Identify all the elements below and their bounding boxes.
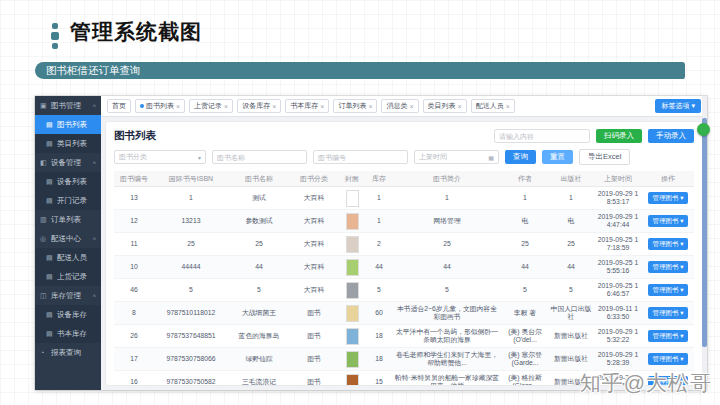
manage-book-button[interactable]: 管理图书 ▾ [648, 238, 687, 250]
cell-actions: 管理图书 ▾ [642, 325, 694, 348]
category-select[interactable]: 图书分类 ▾ [114, 150, 206, 164]
tab[interactable]: 上货记录 × [189, 99, 233, 113]
close-icon[interactable]: × [458, 103, 462, 110]
sidebar-item[interactable]: ▤ 开门记录 [35, 191, 101, 210]
sidebar-item[interactable]: ▤ 类目列表 [35, 134, 101, 153]
manage-book-button[interactable]: 管理图书 ▾ [648, 330, 687, 342]
sidebar-item[interactable]: ▤ 图书列表 [35, 115, 101, 134]
tab[interactable]: 配送人员 × [471, 99, 515, 113]
date-placeholder: 上架时间 [419, 152, 447, 162]
scrollbar[interactable] [702, 96, 707, 390]
sidebar-item[interactable]: ▤ 设备库存 [35, 305, 101, 324]
book-cover-image [346, 259, 359, 276]
close-icon[interactable]: × [272, 103, 276, 110]
book-code-input[interactable] [313, 150, 408, 164]
tab[interactable]: 订单列表 × [333, 99, 377, 113]
book-list-card: 图书列表 扫码录入 手动录入 图书分类 ▾ 上架时间 ▦ 查询 [105, 121, 703, 386]
cell-book-id: 11 [114, 233, 154, 256]
book-cover-image [346, 328, 359, 345]
tab-label: 上货记录 [194, 101, 222, 111]
manage-book-button[interactable]: 管理图书 ▾ [648, 353, 687, 365]
manage-book-button[interactable]: 管理图书 ▾ [648, 192, 687, 204]
reset-button[interactable]: 重置 [542, 150, 573, 164]
cell-author: 1 [502, 187, 548, 210]
sidebar-item-icon: ▤ [46, 140, 54, 148]
chevron-down-icon: ▾ [680, 332, 683, 339]
close-icon[interactable]: × [409, 103, 413, 110]
column-header: 出版社 [548, 171, 594, 187]
manage-book-label: 管理图书 [652, 309, 678, 316]
manage-book-label: 管理图书 [652, 286, 678, 293]
book-cover-image [346, 305, 359, 322]
manage-book-button[interactable]: 管理图书 ▾ [648, 261, 687, 273]
category-select-placeholder: 图书分类 [119, 152, 147, 162]
manage-book-button[interactable]: 管理图书 ▾ [648, 215, 687, 227]
manual-entry-button[interactable]: 手动录入 [648, 129, 694, 143]
cell-actions: 管理图书 ▾ [642, 348, 694, 371]
cell-publisher: 1 [548, 187, 594, 210]
close-icon[interactable]: × [224, 103, 228, 110]
sidebar-item[interactable]: ▤ 设备列表 [35, 172, 101, 191]
book-name-input[interactable] [212, 150, 307, 164]
cell-summary: 5 [392, 279, 502, 302]
cell-book-id: 13 [114, 187, 154, 210]
cell-isbn: 25 [154, 233, 228, 256]
chevron-down-icon: ▾ [691, 102, 695, 110]
chevron-icon: ˄ [92, 236, 96, 242]
cell-cover [338, 256, 366, 279]
cell-category: 图书 [290, 302, 338, 325]
cell-book-id: 12 [114, 210, 154, 233]
scan-entry-button[interactable]: 扫码录入 [596, 129, 642, 143]
sidebar-item-label: 库存管理 [51, 291, 81, 301]
chevron-down-icon: ▾ [680, 309, 683, 316]
sidebar-item-label: 订单列表 [51, 215, 81, 225]
cell-category: 图书 [290, 348, 338, 371]
cell-category: 大百科 [290, 233, 338, 256]
shelf-date-picker[interactable]: 上架时间 ▦ [414, 150, 499, 164]
tab-options-button[interactable]: 标签选项 ▾ [655, 99, 701, 113]
sidebar-item-icon: ▥ [40, 216, 48, 224]
sidebar-item[interactable]: ▤ 上货记录 [35, 267, 101, 286]
tab[interactable]: 类目列表 × [423, 99, 467, 113]
cell-category: 图书 [290, 371, 338, 387]
sidebar-item[interactable]: ◔ 报表查询 [35, 343, 101, 362]
export-excel-button[interactable]: 导出Excel [579, 149, 630, 165]
table-row: 8 9787510118012 大战细菌王 图书 60 本书适合2~6岁儿童，文… [114, 302, 694, 325]
search-button[interactable]: 查询 [505, 150, 536, 164]
cell-author: (美) 格拉斯 (Glass... [502, 371, 548, 387]
table-row: 10 44444 44 大百科 44 44 44 44 2019-09-25 1… [114, 256, 694, 279]
close-icon[interactable]: × [176, 103, 180, 110]
cell-actions: 管理图书 ▾ [642, 233, 694, 256]
manage-book-button[interactable]: 管理图书 ▾ [648, 307, 687, 319]
manage-book-button[interactable]: 管理图书 ▾ [648, 284, 687, 296]
tab[interactable]: 设备库存 × [237, 99, 281, 113]
column-header: 操作 [642, 171, 694, 187]
sidebar-item[interactable]: ◫ 库存管理 ˄ [35, 286, 101, 305]
cell-author: 电 [502, 210, 548, 233]
tab[interactable]: 书本库存 × [285, 99, 329, 113]
tab[interactable]: 首页 × [107, 99, 131, 113]
cell-publisher: 44 [548, 256, 594, 279]
close-icon[interactable]: × [320, 103, 324, 110]
sidebar-item[interactable]: ◧ 设备管理 ˄ [35, 153, 101, 172]
tab[interactable]: 图书列表 × [135, 99, 185, 113]
floating-widget-button[interactable] [697, 123, 710, 136]
tab[interactable]: 消息类 × [381, 99, 418, 113]
cell-stock: 1 [366, 187, 392, 210]
close-icon[interactable]: × [506, 103, 510, 110]
sidebar-item[interactable]: ▣ 图书管理 ˄ [35, 96, 101, 115]
table-row: 13 1 测试 大百科 1 1 1 1 2019-09-29 18:53:17 [114, 187, 694, 210]
cell-summary: 1 [392, 187, 502, 210]
sidebar-item[interactable]: ◎ 配送中心 ˄ [35, 229, 101, 248]
close-icon[interactable]: × [368, 103, 372, 110]
sidebar-item[interactable]: ▤ 配送人员 [35, 248, 101, 267]
filter-bar: 图书分类 ▾ 上架时间 ▦ 查询 重置 导出Excel [114, 147, 694, 167]
column-header: 图书分类 [290, 171, 338, 187]
cell-publisher: 中国人口出版社 [548, 302, 594, 325]
book-cover-image [346, 282, 359, 299]
sidebar-item[interactable]: ▥ 订单列表 [35, 210, 101, 229]
content-search-input[interactable] [494, 129, 590, 143]
sidebar-item-label: 书本库存 [57, 329, 87, 339]
scrollbar-thumb[interactable] [702, 118, 707, 347]
sidebar-item[interactable]: ▤ 书本库存 [35, 324, 101, 343]
